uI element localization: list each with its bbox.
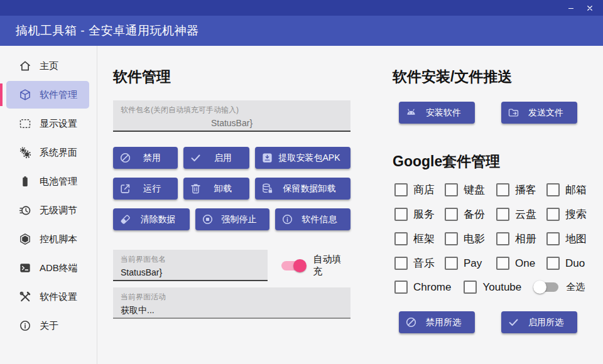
autofill-toggle[interactable] <box>281 261 305 270</box>
sidebar-item-label: 系统界面 <box>40 147 77 159</box>
checkbox-photos[interactable]: 相册 <box>496 232 546 246</box>
button-label: 安装软件 <box>417 107 470 119</box>
install-push-panel: 软件安装/文件推送 安装软件发送文件 Google套件管理 商店键盘播客邮箱服务… <box>393 46 589 333</box>
sidebar-item-app-settings[interactable]: 软件设置 <box>6 283 89 311</box>
sidebar-item-software-management[interactable]: 软件管理 <box>6 81 89 109</box>
sidebar-item-adb-terminal[interactable]: ADB终端 <box>6 254 89 282</box>
current-package-field[interactable]: 当前界面包名 StatusBar} <box>113 250 268 281</box>
google-suite-last-row: ChromeYoutube 全选 <box>394 281 589 294</box>
install-app-button[interactable]: 安装软件 <box>399 102 475 124</box>
sidebar-item-system-ui[interactable]: 系统界面 <box>6 139 89 166</box>
eraser-icon <box>119 213 131 225</box>
sidebar-item-label: 无级调节 <box>40 205 77 217</box>
send-file-button[interactable]: 发送文件 <box>501 102 577 124</box>
checkbox-search[interactable]: 搜索 <box>546 207 588 222</box>
checkbox-mail[interactable]: 邮箱 <box>546 183 588 197</box>
sidebar-item-battery-management[interactable]: 电池管理 <box>6 168 89 195</box>
button-label: 卸载 <box>202 183 244 195</box>
disable-selected-button[interactable]: 禁用所选 <box>399 311 475 333</box>
checkbox-pay[interactable]: Pay <box>445 256 496 270</box>
tools-icon <box>19 291 31 303</box>
uninstall-keep-data-button[interactable]: 保留数据卸载 <box>255 178 350 200</box>
enable-selected-button[interactable]: 启用所选 <box>501 311 577 333</box>
install-push-heading: 软件安装/文件推送 <box>393 46 589 85</box>
checkbox-music[interactable]: 音乐 <box>394 256 445 270</box>
checkbox-box <box>394 183 408 196</box>
checkbox-box <box>464 281 477 294</box>
checkbox-one[interactable]: One <box>496 256 546 270</box>
checkbox-podcast[interactable]: 播客 <box>496 183 546 197</box>
sidebar-item-about[interactable]: 关于 <box>6 312 89 340</box>
checkbox-box <box>445 232 458 245</box>
close-button[interactable] <box>580 0 599 16</box>
checkbox-box <box>546 183 560 196</box>
run-button[interactable]: 运行 <box>113 178 178 200</box>
disable-button[interactable]: 禁用 <box>113 147 178 169</box>
current-package-label: 当前界面包名 <box>121 254 260 265</box>
checkbox-box <box>394 232 408 245</box>
select-all-toggle[interactable] <box>535 282 558 292</box>
button-label: 发送文件 <box>519 107 572 119</box>
active-accent-bar <box>0 83 3 106</box>
checkbox-label: 电影 <box>464 232 485 246</box>
checkbox-label: 播客 <box>515 183 536 197</box>
enable-button[interactable]: 启用 <box>183 147 249 169</box>
checkbox-youtube[interactable]: Youtube <box>464 281 521 294</box>
database-lock-icon <box>261 183 273 195</box>
current-activity-label: 当前界面活动 <box>121 292 343 302</box>
minimize-button[interactable] <box>562 0 580 16</box>
sidebar-item-home[interactable]: 主页 <box>6 52 89 80</box>
select-all-label: 全选 <box>566 281 585 293</box>
toggle-knob <box>533 281 546 294</box>
app-info-button[interactable]: 软件信息 <box>275 208 350 230</box>
action-button-row: 清除数据强制停止软件信息 <box>113 208 350 230</box>
google-suite-heading: Google套件管理 <box>393 153 589 170</box>
extract-apk-button[interactable]: 提取安装包APK <box>255 147 350 169</box>
checkbox-backup[interactable]: 备份 <box>445 207 496 222</box>
checkbox-store[interactable]: 商店 <box>394 183 445 197</box>
button-label: 软件信息 <box>293 214 345 225</box>
force-stop-button[interactable]: 强制停止 <box>195 208 269 230</box>
sidebar-item-stepless-adjust[interactable]: 无级调节 <box>6 196 89 224</box>
current-activity-field[interactable]: 当前界面活动 获取中... <box>113 287 350 319</box>
checkbox-label: One <box>515 257 535 270</box>
checkbox-box <box>546 257 560 270</box>
checkbox-label: Duo <box>565 257 585 270</box>
checkbox-box <box>394 281 408 294</box>
minimize-icon <box>567 4 575 12</box>
checkbox-chrome[interactable]: Chrome <box>394 281 451 294</box>
checkbox-box <box>496 183 509 196</box>
checkbox-box <box>445 257 458 270</box>
sidebar-item-control-script[interactable]: 控机脚本 <box>6 225 89 253</box>
send-file-icon <box>508 107 519 119</box>
button-label: 禁用 <box>131 153 173 164</box>
checkbox-movies[interactable]: 电影 <box>445 232 496 246</box>
gears-icon <box>19 146 31 159</box>
checkbox-box <box>546 232 560 245</box>
checkbox-box <box>394 257 408 270</box>
battery-icon <box>19 175 31 188</box>
install-push-buttons: 安装软件发送文件 <box>393 102 589 124</box>
checkbox-box <box>496 257 509 270</box>
package-name-input-label: 软件包名(关闭自动填充可手动输入) <box>121 105 343 115</box>
checkbox-framework[interactable]: 框架 <box>394 232 445 246</box>
checkbox-box <box>394 208 408 221</box>
checkbox-cloud-drive[interactable]: 云盘 <box>496 207 546 222</box>
checkbox-duo[interactable]: Duo <box>546 256 588 270</box>
sidebar: 主页软件管理显示设置系统界面电池管理无级调节控机脚本ADB终端软件设置关于 <box>0 46 97 364</box>
checkbox-label: Pay <box>464 257 482 270</box>
sidebar-item-label: 显示设置 <box>40 118 77 130</box>
autofill-toggle-label: 自动填充 <box>313 254 350 277</box>
package-name-input[interactable]: 软件包名(关闭自动填充可手动输入) StatusBar} <box>113 100 350 132</box>
checkbox-maps[interactable]: 地图 <box>546 232 588 246</box>
checkbox-keyboard[interactable]: 键盘 <box>445 183 496 197</box>
software-management-heading: 软件管理 <box>113 46 350 85</box>
checkbox-services[interactable]: 服务 <box>394 207 445 222</box>
titlebar <box>0 0 603 16</box>
trash-icon <box>190 183 202 195</box>
uninstall-button[interactable]: 卸载 <box>183 178 249 200</box>
sidebar-item-label: 软件设置 <box>40 291 77 303</box>
clear-data-button[interactable]: 清除数据 <box>113 208 190 230</box>
checkbox-label: 相册 <box>515 232 536 246</box>
sidebar-item-display-settings[interactable]: 显示设置 <box>6 110 89 137</box>
